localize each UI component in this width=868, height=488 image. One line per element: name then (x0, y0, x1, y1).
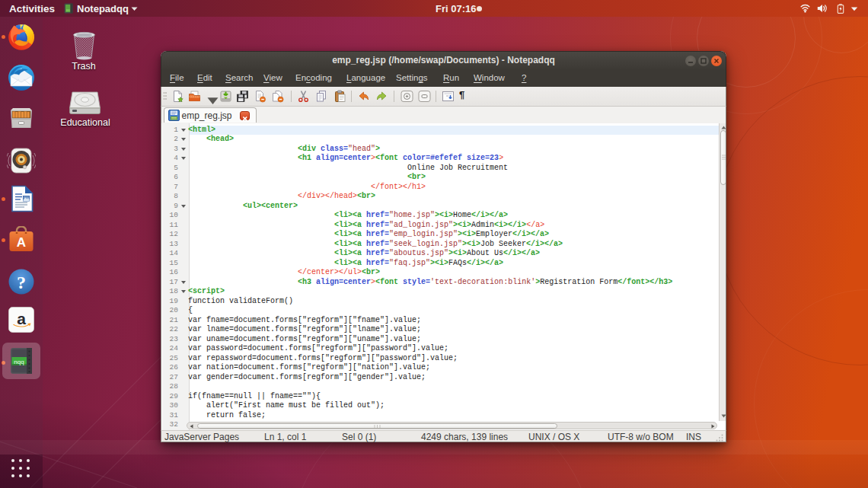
svg-text:A: A (17, 235, 26, 250)
svg-text:?: ? (17, 273, 26, 292)
svg-text:nqq: nqq (14, 359, 24, 365)
svg-text:a: a (17, 310, 26, 327)
